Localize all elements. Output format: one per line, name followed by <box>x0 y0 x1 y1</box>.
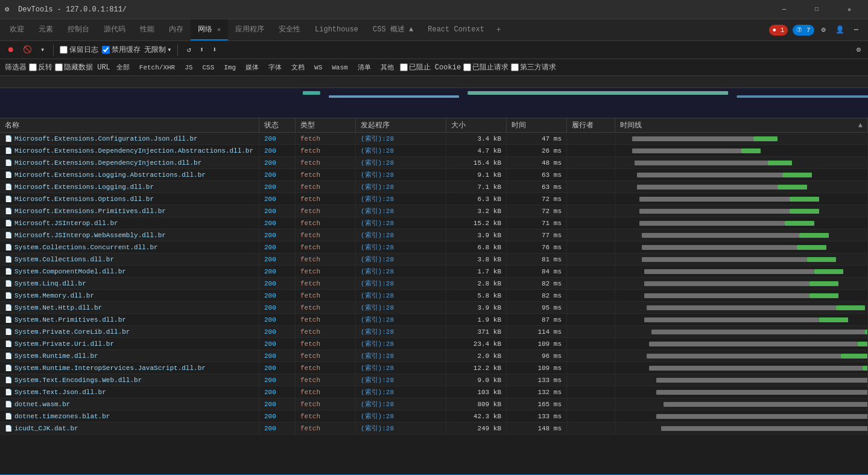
th-executor[interactable]: 履行者 <box>567 118 615 132</box>
table-row[interactable]: 📄 dotnet.wasm.br 200 fetch (索引):28 809 k… <box>0 398 868 410</box>
tab-sources[interactable]: 源代码 <box>97 19 133 40</box>
third-party-checkbox[interactable]: 第三方请求 <box>511 62 556 72</box>
table-row[interactable]: 📄 System.Collections.Concurrent.dll.br 2… <box>0 241 868 253</box>
filter-other[interactable]: 其他 <box>377 62 398 72</box>
table-row[interactable]: 📄 Microsoft.Extensions.Logging.dll.br 20… <box>0 181 868 193</box>
table-row[interactable]: 📄 Microsoft.Extensions.Configuration.Jso… <box>0 133 868 145</box>
hide-data-url-input[interactable] <box>55 63 63 71</box>
blocked-cookies-input[interactable] <box>400 63 408 71</box>
tab-react-context[interactable]: React Context <box>420 19 492 40</box>
third-party-input[interactable] <box>511 63 519 71</box>
invert-checkbox-input[interactable] <box>29 63 37 71</box>
initiator-link-19[interactable]: (索引):28 <box>361 363 394 372</box>
close-button[interactable]: ✕ <box>835 0 863 19</box>
filter-all[interactable]: 全部 <box>113 62 133 72</box>
filter-font[interactable]: 字体 <box>265 62 285 72</box>
table-row[interactable]: 📄 System.Private.CoreLib.dll.br 200 fetc… <box>0 326 868 338</box>
blocked-requests-checkbox[interactable]: 已阻止请求 <box>463 62 508 72</box>
filter-wasm[interactable]: Wasm <box>328 63 351 72</box>
initiator-link-5[interactable]: (索引):28 <box>361 194 394 203</box>
table-row[interactable]: 📄 System.Linq.dll.br 200 fetch (索引):28 2… <box>0 278 868 290</box>
th-time[interactable]: 时间 <box>507 118 567 132</box>
table-row[interactable]: 📄 icudt_CJK.dat.br 200 fetch (索引):28 249… <box>0 422 868 435</box>
disable-cache-input[interactable] <box>102 46 110 54</box>
initiator-link-3[interactable]: (索引):28 <box>361 170 394 179</box>
add-tab-button[interactable]: + <box>492 19 505 40</box>
preserve-log-input[interactable] <box>60 46 68 54</box>
tab-lighthouse[interactable]: Lighthouse <box>308 19 366 40</box>
initiator-link-17[interactable]: (索引):28 <box>361 339 394 348</box>
table-row[interactable]: 📄 dotnet.timezones.blat.br 200 fetch (索引… <box>0 410 868 422</box>
invert-filter-checkbox[interactable]: 反转 <box>29 62 52 72</box>
blocked-cookies-checkbox[interactable]: 已阻止 Cookie <box>400 62 461 72</box>
table-row[interactable]: 📄 System.Net.Primitives.dll.br 200 fetch… <box>0 314 868 326</box>
more-icon[interactable]: ⋯ <box>852 23 861 37</box>
initiator-link-22[interactable]: (索引):28 <box>361 400 394 409</box>
export-button[interactable]: ⬇ <box>210 44 219 56</box>
network-table[interactable]: 📄 Microsoft.Extensions.Configuration.Jso… <box>0 133 868 474</box>
th-name[interactable]: 名称 <box>0 118 259 132</box>
th-status[interactable]: 状态 <box>259 118 296 132</box>
th-type[interactable]: 类型 <box>296 118 356 132</box>
initiator-link-11[interactable]: (索引):28 <box>361 267 394 276</box>
network-settings-icon[interactable]: ⚙ <box>854 44 863 56</box>
tab-elements[interactable]: 元素 <box>31 19 60 40</box>
throttle-dropdown[interactable]: ▾ <box>167 45 171 54</box>
table-row[interactable]: 📄 Microsoft.Extensions.Logging.Abstracti… <box>0 169 868 181</box>
filter-ws[interactable]: WS <box>311 63 326 72</box>
initiator-link-1[interactable]: (索引):28 <box>361 146 394 155</box>
filter-manifest[interactable]: 清单 <box>354 62 375 72</box>
table-row[interactable]: 📄 System.Collections.dll.br 200 fetch (索… <box>0 253 868 266</box>
initiator-link-14[interactable]: (索引):28 <box>361 303 394 312</box>
table-row[interactable]: 📄 System.ComponentModel.dll.br 200 fetch… <box>0 266 868 278</box>
initiator-link-16[interactable]: (索引):28 <box>361 327 394 336</box>
filter-js[interactable]: JS <box>181 63 196 72</box>
record-button[interactable]: ⏺ <box>5 44 17 56</box>
filter-fetch-xhr[interactable]: Fetch/XHR <box>136 63 179 72</box>
th-initiator[interactable]: 发起程序 <box>356 118 446 132</box>
initiator-link-10[interactable]: (索引):28 <box>361 255 394 264</box>
user-icon[interactable]: 👤 <box>833 23 847 37</box>
initiator-link-13[interactable]: (索引):28 <box>361 291 394 300</box>
initiator-link-18[interactable]: (索引):28 <box>361 351 394 360</box>
disable-cache-checkbox[interactable]: 禁用缓存 <box>102 45 141 55</box>
initiator-link-15[interactable]: (索引):28 <box>361 315 394 324</box>
tab-css-overview[interactable]: CSS 概述 ▲ <box>366 19 420 40</box>
tab-memory[interactable]: 内存 <box>162 19 191 40</box>
tab-network[interactable]: 网络 ✕ <box>191 19 228 40</box>
initiator-link-2[interactable]: (索引):28 <box>361 158 394 167</box>
filter-doc[interactable]: 文档 <box>288 62 308 72</box>
maximize-button[interactable]: □ <box>803 0 831 19</box>
clear-button[interactable]: 🚫 <box>21 44 34 56</box>
initiator-link-23[interactable]: (索引):28 <box>361 412 394 421</box>
import-button[interactable]: ⬆ <box>197 44 206 56</box>
initiator-link-9[interactable]: (索引):28 <box>361 243 394 252</box>
tab-network-close[interactable]: ✕ <box>217 26 221 33</box>
table-row[interactable]: 📄 System.Runtime.dll.br 200 fetch (索引):2… <box>0 350 868 362</box>
initiator-link-12[interactable]: (索引):28 <box>361 279 394 288</box>
initiator-link-4[interactable]: (索引):28 <box>361 182 394 191</box>
tab-performance[interactable]: 性能 <box>133 19 162 40</box>
table-row[interactable]: 📄 Microsoft.JSInterop.dll.br 200 fetch (… <box>0 217 868 229</box>
initiator-link-6[interactable]: (索引):28 <box>361 206 394 215</box>
table-row[interactable]: 📄 System.Net.Http.dll.br 200 fetch (索引):… <box>0 302 868 314</box>
tab-console[interactable]: 控制台 <box>60 19 97 40</box>
table-row[interactable]: 📄 System.Private.Uri.dll.br 200 fetch (索… <box>0 338 868 350</box>
filter-media[interactable]: 媒体 <box>242 62 262 72</box>
minimize-button[interactable]: — <box>770 0 798 19</box>
refresh-icon[interactable]: ↺ <box>184 44 193 56</box>
table-row[interactable]: 📄 Microsoft.JSInterop.WebAssembly.dll.br… <box>0 229 868 241</box>
tab-welcome[interactable]: 欢迎 <box>2 19 31 40</box>
table-row[interactable]: 📄 System.Text.Encodings.Web.dll.br 200 f… <box>0 374 868 386</box>
initiator-link-7[interactable]: (索引):28 <box>361 218 394 228</box>
preserve-log-checkbox[interactable]: 保留日志 <box>60 45 98 55</box>
hide-data-url-checkbox[interactable]: 隐藏数据 URL <box>55 62 110 72</box>
table-row[interactable]: 📄 Microsoft.Extensions.DependencyInjecti… <box>0 145 868 157</box>
table-row[interactable]: 📄 Microsoft.Extensions.DependencyInjecti… <box>0 157 868 169</box>
table-row[interactable]: 📄 System.Text.Json.dll.br 200 fetch (索引)… <box>0 386 868 398</box>
filter-img[interactable]: Img <box>220 63 239 72</box>
filter-css[interactable]: CSS <box>198 63 218 72</box>
th-size[interactable]: 大小 <box>446 118 507 132</box>
th-timeline[interactable]: 时间线 ▲ <box>615 118 868 132</box>
settings-icon[interactable]: ⚙ <box>819 23 828 37</box>
